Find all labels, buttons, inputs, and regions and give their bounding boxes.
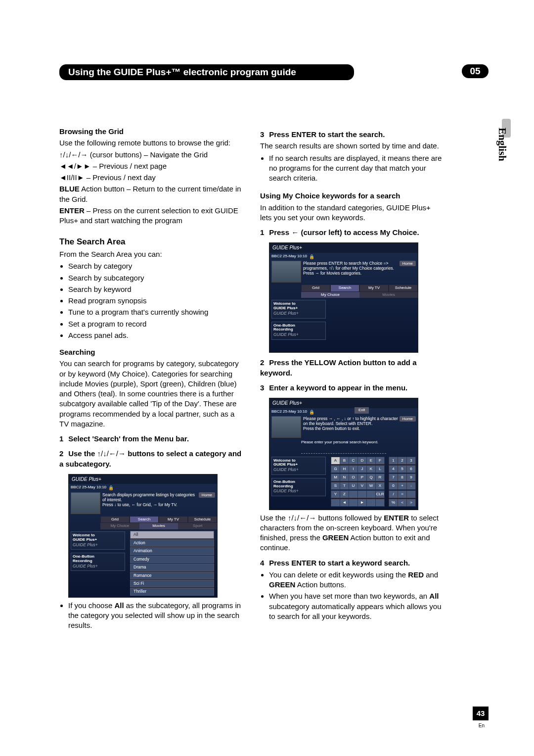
kb-key: R bbox=[375, 473, 385, 481]
mock-status: BBC2 25-May 10:10 bbox=[271, 254, 307, 259]
note-list: If you choose All as the subcategory, al… bbox=[68, 601, 242, 631]
subtab-sport: Sport bbox=[178, 523, 217, 529]
kb-key: - bbox=[406, 482, 416, 490]
list-item: Drama bbox=[130, 564, 214, 571]
lock-icon: 🔒 bbox=[309, 254, 314, 260]
list-item: Comedy bbox=[130, 556, 214, 563]
list-item: Tune to a program that's currently showi… bbox=[68, 307, 242, 317]
note-all: If you choose All as the subcategory, al… bbox=[68, 601, 242, 631]
chapter-number: 05 bbox=[462, 64, 489, 78]
keyboard-letters: ABCDEFGHIJKLMNOPQRSTUVWXYZ CLR ◄ ► bbox=[331, 457, 384, 507]
kb-key: I bbox=[349, 465, 358, 473]
kb-key: + bbox=[398, 482, 407, 490]
mock-logo: GUIDE Plus+ bbox=[269, 243, 418, 253]
list-item: Read program synopsis bbox=[68, 296, 242, 306]
kb-key: G bbox=[331, 465, 340, 473]
kb-key: W bbox=[366, 482, 376, 490]
tab-search: Search bbox=[130, 516, 159, 523]
no-results-note: If no search results are displayed, it m… bbox=[269, 153, 443, 184]
enter-button-line: ENTER – Press on the current selection t… bbox=[59, 206, 242, 226]
kb-key: B bbox=[340, 457, 349, 465]
kb-key: 7 bbox=[389, 473, 398, 481]
subtab-mychoice: My Choice bbox=[301, 292, 359, 298]
kb-arrow-key bbox=[366, 499, 376, 507]
mock-status: BBC2 25-May 10:10 bbox=[271, 409, 307, 415]
kb-key: % bbox=[389, 499, 398, 507]
kb-key bbox=[366, 490, 376, 498]
list-item: Access panel ads. bbox=[68, 331, 242, 340]
subtab-movies: Movies bbox=[359, 292, 418, 298]
page-number: 43 bbox=[473, 707, 489, 720]
kb-key: Y bbox=[331, 490, 340, 498]
kb-key: > bbox=[406, 499, 416, 507]
kb-key: 9 bbox=[406, 473, 416, 481]
kb-key: P bbox=[357, 473, 367, 481]
heading-search-area: The Search Area bbox=[59, 236, 242, 248]
home-button: Home bbox=[400, 416, 416, 422]
arrow-icons: ↑/↓/←/→ bbox=[59, 150, 88, 159]
step-4-keyword-search: 4 Press ENTER to start a keyword search. bbox=[260, 558, 443, 568]
list-item: Thriller bbox=[130, 588, 214, 595]
guide-screenshot-keyboard: GUIDE Plus+ BBC2 25-May 10:10 🔒 Exit Hom… bbox=[269, 398, 418, 510]
nav-page-line: ◄◄/►► – Previous / next page bbox=[59, 161, 242, 171]
kb-key: = bbox=[398, 490, 407, 498]
tab-schedule: Schedule bbox=[188, 516, 217, 523]
lock-icon: 🔒 bbox=[309, 409, 314, 415]
guide-screenshot-search-categories: GUIDE Plus+ BBC2 25-May 10:10 🔒 Home Sea… bbox=[68, 474, 218, 598]
mock-thumbnail bbox=[271, 261, 301, 283]
list-item: Set a program to record bbox=[68, 319, 242, 329]
section-header: Using the GUIDE Plus+™ electronic progra… bbox=[59, 64, 354, 80]
home-button: Home bbox=[199, 492, 215, 498]
kb-key: 4 bbox=[389, 465, 398, 473]
kb-arrow-key: ◄ bbox=[340, 499, 349, 507]
use-arrows-para: Use the ↑/↓/←/→ buttons followed by ENTE… bbox=[260, 513, 443, 553]
kb-key: S bbox=[331, 482, 340, 490]
mock-logo: GUIDE Plus+ bbox=[269, 398, 418, 408]
searching-para: You can search for programs by category,… bbox=[59, 359, 242, 429]
lock-icon: 🔒 bbox=[108, 485, 114, 491]
kb-key: < bbox=[398, 499, 407, 507]
exit-button: Exit bbox=[355, 407, 369, 414]
kb-key: O bbox=[349, 473, 358, 481]
step-3-search: 3 Press ENTER to start the search. bbox=[260, 130, 443, 140]
keyboard-numbers: 1234567890+-/= %<> bbox=[389, 457, 415, 507]
mock-status: BBC2 25-May 10:10 bbox=[71, 485, 106, 490]
page-locale: En bbox=[479, 723, 485, 728]
kb-key: / bbox=[389, 490, 398, 498]
search-area-intro: From the Search Area you can: bbox=[59, 249, 242, 259]
list-item: Search by keyword bbox=[68, 284, 242, 294]
step-1-mychoice: 1 Press ← (cursor left) to access My Cho… bbox=[260, 228, 443, 237]
mychoice-para: In addition to the standard categories, … bbox=[260, 203, 443, 223]
right-column: 3 Press ENTER to start the search. The s… bbox=[260, 125, 443, 633]
kb-key: 5 bbox=[398, 465, 407, 473]
nav-cursor-line: ↑/↓/←/→ (cursor buttons) – Navigate the … bbox=[59, 150, 242, 160]
tab-mytv: My TV bbox=[159, 516, 188, 523]
guide-screenshot-mychoice: GUIDE Plus+ BBC2 25-May 10:10 🔒 Home Ple… bbox=[269, 242, 418, 353]
arrow-icons: ↑/↓/←/→ bbox=[97, 449, 126, 458]
bullet-red-green: You can delete or edit keywords using th… bbox=[269, 570, 443, 590]
list-item: Romance bbox=[130, 572, 214, 579]
kb-arrow-key bbox=[331, 499, 340, 507]
home-button: Home bbox=[400, 261, 416, 267]
kb-key: Q bbox=[366, 473, 376, 481]
rewind-fwd-icons: ◄◄/►► bbox=[59, 162, 91, 170]
list-item: All bbox=[130, 531, 214, 538]
browsing-intro: Use the following remote buttons to brow… bbox=[59, 138, 242, 148]
tab-grid: Grid bbox=[100, 516, 130, 523]
kb-key bbox=[406, 490, 416, 498]
kb-key: 8 bbox=[398, 473, 407, 481]
list-item: Action bbox=[130, 539, 214, 547]
kb-key: K bbox=[366, 465, 376, 473]
mock-thumbnail bbox=[71, 492, 100, 514]
kb-key: M bbox=[331, 473, 340, 481]
skip-icons: ◄II/II► bbox=[59, 173, 85, 182]
left-column: Browsing the Grid Use the following remo… bbox=[59, 125, 242, 633]
kb-key: 0 bbox=[389, 482, 398, 490]
kb-key: T bbox=[340, 482, 349, 490]
keyword-input-line bbox=[301, 448, 386, 454]
kb-key bbox=[357, 490, 367, 498]
step-2-yellow: 2 Press the YELLOW Action button to add … bbox=[260, 358, 443, 378]
arrow-icons: ↑/↓/←/→ bbox=[288, 514, 316, 522]
kb-key: N bbox=[340, 473, 349, 481]
list-item: Search by subcategory bbox=[68, 273, 242, 283]
